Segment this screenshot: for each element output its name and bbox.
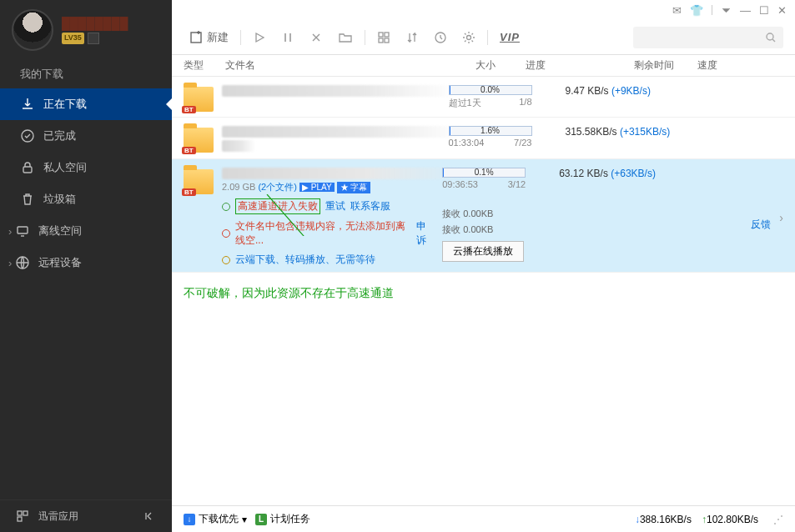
col-remain[interactable]: 剩余时间 <box>634 58 697 73</box>
avatar[interactable] <box>12 9 53 51</box>
history-button[interactable] <box>429 28 452 48</box>
menu-dropdown-icon[interactable]: ⏷ <box>721 4 732 17</box>
annotation-arrow <box>259 194 359 236</box>
svg-rect-11 <box>385 38 389 43</box>
minimize-button[interactable]: — <box>740 4 751 17</box>
username: ████████ <box>62 17 128 30</box>
col-name[interactable]: 文件名 <box>225 58 475 73</box>
profile-area[interactable]: ████████ LV35 <box>0 0 172 60</box>
shirt-icon[interactable]: 👕 <box>690 4 703 17</box>
search-icon[interactable] <box>765 32 777 43</box>
grid-view-button[interactable] <box>372 28 395 48</box>
profile-icon <box>88 33 99 44</box>
sidebar-item-label: 私人空间 <box>43 160 87 175</box>
sidebar-bottom-label[interactable]: 迅雷应用 <box>38 509 78 524</box>
sidebar-item-trash[interactable]: 垃圾箱 <box>0 183 172 215</box>
section-my-downloads: 我的下载 <box>0 60 172 88</box>
file-count-link[interactable]: (2个文件) <box>258 182 296 192</box>
col-size[interactable]: 大小 <box>475 58 526 73</box>
resize-grip[interactable]: ⋰ <box>773 514 783 525</box>
maximize-button[interactable]: ☐ <box>759 4 769 17</box>
pause-button[interactable] <box>276 28 299 48</box>
col-progress[interactable]: 进度 <box>526 58 634 73</box>
expand-row-icon[interactable]: › <box>779 211 783 224</box>
collapse-icon[interactable] <box>142 509 157 524</box>
bt-badge: BT <box>182 188 196 196</box>
schedule-button[interactable]: L 计划任务 <box>255 512 310 526</box>
progress-cell: 0.1% 09:36:533/12 接收 0.00KB 接收 0.00KB 云播… <box>442 168 551 267</box>
search-input[interactable] <box>640 32 765 43</box>
svg-rect-9 <box>385 33 389 37</box>
sidebar-bottom: 迅雷应用 <box>0 499 172 532</box>
file-name-sub <box>222 140 255 152</box>
svg-point-14 <box>767 33 773 40</box>
sidebar-item-downloading[interactable]: 正在下载 <box>0 88 172 120</box>
settings-button[interactable] <box>457 28 481 48</box>
search-box[interactable] <box>633 27 783 48</box>
cloud-play-button[interactable]: 云播在线播放 <box>442 241 524 262</box>
sidebar-item-label: 正在下载 <box>43 97 87 112</box>
svg-point-13 <box>467 35 471 39</box>
open-folder-button[interactable] <box>333 28 358 48</box>
file-name <box>222 168 464 179</box>
svg-line-15 <box>267 194 346 236</box>
sidebar: ████████ LV35 我的下载 正在下载 已完成 私人空 <box>0 0 172 532</box>
trash-icon <box>20 192 35 207</box>
download-priority-dropdown[interactable]: ↓ 下载优先 ▾ <box>184 512 247 526</box>
window-titlebar: ✉ 👕 ⏷ — ☐ ✕ <box>172 0 795 20</box>
delete-button[interactable] <box>304 28 328 48</box>
separator <box>240 30 241 45</box>
sidebar-item-offline[interactable]: › 离线空间 <box>0 215 172 247</box>
vip-button[interactable]: VIP <box>495 28 525 47</box>
level-badge: LV35 <box>62 33 84 44</box>
svg-rect-7 <box>191 33 201 43</box>
appeal-link[interactable]: 申诉 <box>416 219 434 248</box>
down-chip-icon: ↓ <box>184 514 195 525</box>
sidebar-item-completed[interactable]: 已完成 <box>0 120 172 152</box>
sidebar-item-label: 已完成 <box>43 128 76 143</box>
cloud-msg-link[interactable]: 云端下载、转码播放、无需等待 <box>235 253 375 267</box>
progress-cell: 0.0% 超过1天1/8 <box>449 85 557 112</box>
download-row[interactable]: BT 1.6% 01:33:047/23 315.58KB/s (+315KB/… <box>172 118 795 159</box>
monitor-icon <box>15 223 30 238</box>
mail-icon[interactable]: ✉ <box>672 4 682 17</box>
status-bullet-green <box>222 203 230 211</box>
sort-button[interactable] <box>400 28 424 48</box>
new-task-button[interactable]: 新建 <box>184 27 234 48</box>
download-row[interactable]: BT 0.0% 超过1天1/8 9.47 KB/s (+9KB/s) <box>172 77 795 118</box>
new-task-label: 新建 <box>207 30 229 45</box>
svg-rect-6 <box>18 517 22 521</box>
sidebar-item-label: 远程设备 <box>38 255 82 270</box>
svg-rect-5 <box>23 511 28 515</box>
col-speed[interactable]: 速度 <box>697 58 783 73</box>
file-name <box>222 85 455 97</box>
svg-rect-4 <box>18 511 22 515</box>
start-button[interactable] <box>248 28 271 48</box>
separator <box>487 30 488 45</box>
svg-rect-1 <box>23 167 32 173</box>
download-list: BT 0.0% 超过1天1/8 9.47 KB/s (+9KB/s) BT <box>172 77 795 505</box>
folder-icon: BT <box>184 128 214 153</box>
speed-cell: 315.58KB/s (+315KB/s) <box>566 126 784 153</box>
play-badge[interactable]: ▶ PLAY <box>299 183 335 192</box>
sidebar-item-private[interactable]: 私人空间 <box>0 152 172 183</box>
apps-icon[interactable] <box>15 509 30 524</box>
feedback-link[interactable]: 反馈 <box>751 218 771 232</box>
annotation-text: 不可破解，因为此资源不存在于高速通道 <box>172 273 795 314</box>
chevron-down-icon: ▾ <box>242 514 247 525</box>
status-bar: ↓ 下载优先 ▾ L 计划任务 ↓388.16KB/s ↑102.80KB/s … <box>172 505 795 532</box>
globe-icon <box>15 255 30 270</box>
svg-point-0 <box>22 130 33 142</box>
download-icon <box>20 97 35 112</box>
col-type[interactable]: 类型 <box>184 58 225 73</box>
download-speed: ↓388.16KB/s <box>635 514 692 525</box>
toolbar: 新建 VIP <box>172 20 795 55</box>
close-button[interactable]: ✕ <box>777 4 787 17</box>
chevron-right-icon: › <box>8 225 12 238</box>
file-name <box>222 126 464 138</box>
subtitle-badge[interactable]: ★ 字幕 <box>337 182 371 193</box>
sidebar-item-remote[interactable]: › 远程设备 <box>0 247 172 279</box>
svg-rect-10 <box>379 38 383 43</box>
lock-icon <box>20 160 35 175</box>
schedule-chip-icon: L <box>255 514 267 525</box>
